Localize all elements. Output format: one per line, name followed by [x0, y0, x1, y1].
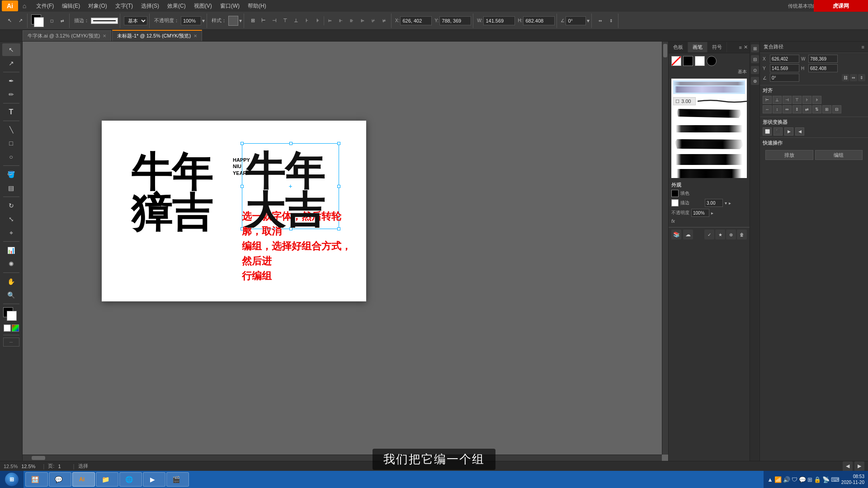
pencil-tool[interactable]: ✏: [2, 88, 20, 101]
swatch-white[interactable]: [695, 56, 705, 66]
panel-lib-btn[interactable]: 📚: [671, 230, 681, 239]
dist-space-h[interactable]: ⊞: [822, 105, 831, 113]
dist-right[interactable]: ⇔: [783, 105, 792, 113]
rect-tool[interactable]: □: [2, 137, 20, 150]
color-fill-btn[interactable]: [12, 324, 19, 332]
shape-btn-1[interactable]: ⬜: [763, 127, 772, 136]
distribute-h-btn[interactable]: ⊨: [325, 16, 335, 26]
tray-network[interactable]: 📶: [774, 476, 782, 483]
distribute-hs-btn[interactable]: ⊪: [347, 16, 357, 26]
artboard-navigate-right[interactable]: ▶: [854, 461, 864, 471]
tray-av[interactable]: 🔒: [814, 476, 821, 483]
height-input[interactable]: [523, 16, 555, 25]
align-right-edge[interactable]: ⊣: [783, 96, 792, 104]
link-w-h-btn[interactable]: ⛓: [842, 74, 849, 81]
vscroll-thumb[interactable]: [663, 44, 667, 57]
taskbar-item-ai[interactable]: Ai: [72, 472, 95, 487]
tab-brush[interactable]: 画笔: [688, 42, 708, 52]
ellipse-tool[interactable]: ○: [2, 150, 20, 163]
stroke-default-btn[interactable]: ◻: [47, 16, 57, 26]
stroke-down-arrow[interactable]: ▾: [725, 201, 727, 206]
taskbar-item-video[interactable]: 🎬: [166, 472, 189, 487]
brush-item-5[interactable]: [673, 153, 745, 166]
tray-more[interactable]: ⊞: [807, 476, 812, 483]
shape-btn-4[interactable]: ◀: [795, 127, 804, 136]
tab-swatches[interactable]: 色板: [669, 42, 688, 52]
expand-btn[interactable]: 排放: [765, 150, 813, 160]
taskbar-item-1[interactable]: 🪟: [25, 472, 48, 487]
selection-tool[interactable]: ↖: [2, 43, 20, 56]
brush-item-3[interactable]: [673, 122, 745, 136]
warp-tool[interactable]: ⌖: [2, 226, 20, 239]
vscrollbar[interactable]: [662, 42, 668, 455]
align-middle-btn[interactable]: ⊦: [302, 16, 312, 26]
tab-2[interactable]: 未标题-1* @ 12.5% (CMYK/预览) ✕: [112, 30, 202, 41]
scale-tool[interactable]: ⤡: [2, 213, 20, 225]
dist-v-center[interactable]: ⇄: [802, 105, 811, 113]
coord-x-input[interactable]: [400, 16, 432, 25]
align-v-center[interactable]: ⊦: [802, 96, 811, 104]
dist-left[interactable]: ↔: [763, 105, 772, 113]
hscroll-thumb[interactable]: [32, 456, 45, 460]
panel-check-btn[interactable]: ✓: [704, 230, 714, 239]
flip-v-btn[interactable]: ⇕: [606, 16, 616, 26]
home-icon[interactable]: ⌂: [20, 1, 29, 10]
menu-view[interactable]: 视图(V): [190, 0, 216, 11]
menu-object[interactable]: 对象(O): [85, 0, 110, 11]
panel-collapse-btn[interactable]: ≡: [739, 45, 742, 50]
handle-mr[interactable]: [337, 185, 340, 188]
hscrollbar[interactable]: [23, 455, 662, 461]
align-left-edge[interactable]: ⊢: [763, 96, 772, 104]
panel-star-btn[interactable]: ★: [715, 230, 725, 239]
canvas-area[interactable]: 牛年 獐吉 HAPPY NIU YEAR: [23, 42, 668, 461]
artboard-navigate-left[interactable]: ◀: [843, 461, 853, 471]
menu-help[interactable]: 帮助(H): [244, 0, 270, 11]
tray-security[interactable]: 🛡: [792, 476, 797, 483]
x-transform-input[interactable]: [770, 55, 799, 63]
graph-tool[interactable]: 📊: [2, 244, 20, 257]
strip-icon-1[interactable]: ⊞: [751, 44, 759, 52]
angle-transform-input[interactable]: [770, 74, 799, 82]
distribute-eq-btn[interactable]: ⊬: [368, 16, 378, 26]
tab-1[interactable]: 牛字体.ai @ 3.12% (CMYK/预览) ✕: [23, 30, 111, 41]
type-tool[interactable]: T: [2, 106, 20, 118]
menu-effect[interactable]: 效果(C): [164, 0, 189, 11]
symbol-tool[interactable]: ✺: [2, 258, 20, 270]
strip-icon-4[interactable]: ⊚: [751, 77, 759, 85]
panel-cloud-btn[interactable]: ☁: [683, 230, 693, 239]
align-top-btn[interactable]: ⊥: [291, 16, 301, 26]
w-transform-input[interactable]: [808, 55, 838, 63]
paintbucket-tool[interactable]: 🪣: [2, 168, 20, 181]
flip-v-icon-btn[interactable]: ⇕: [858, 74, 865, 81]
align-right-btn[interactable]: ⊤: [280, 16, 290, 26]
ppanel-more-btn[interactable]: ≡: [862, 44, 864, 50]
taskbar-item-media[interactable]: ▶: [143, 472, 165, 487]
menu-select[interactable]: 选择(S): [137, 0, 163, 11]
strip-icon-2[interactable]: ⊟: [751, 55, 759, 63]
zoom-tool[interactable]: 🔍: [2, 289, 20, 301]
align-top-edge[interactable]: ⊤: [793, 96, 802, 104]
menu-text[interactable]: 文字(T): [112, 0, 137, 11]
gradient-tool[interactable]: ▤: [2, 182, 20, 194]
page-input[interactable]: [58, 464, 69, 469]
y-transform-input[interactable]: [770, 64, 799, 72]
line-tool[interactable]: ╲: [2, 123, 20, 136]
distribute-obj-btn[interactable]: ⊭: [379, 16, 389, 26]
opacity-expand-btn[interactable]: ▸: [711, 211, 713, 216]
tray-msg[interactable]: 💬: [799, 476, 806, 483]
tray-keyboard[interactable]: ⌨: [831, 476, 840, 483]
handle-tr[interactable]: [337, 142, 340, 145]
strip-icon-3[interactable]: ⊙: [751, 66, 759, 74]
direct-selection-tool[interactable]: ↗: [2, 57, 20, 70]
taskbar-item-wechat[interactable]: 💬: [49, 472, 71, 487]
fill-color-box[interactable]: [671, 190, 679, 197]
tab1-close[interactable]: ✕: [103, 33, 106, 38]
angle-input[interactable]: [566, 16, 586, 25]
brush-preview-area[interactable]: ☐ 3.00: [671, 79, 747, 178]
opacity-input[interactable]: [181, 16, 201, 25]
align-bottom-btn[interactable]: ⊧: [313, 16, 323, 26]
align-bottom-edge[interactable]: ⊧: [812, 96, 821, 104]
align-center-btn[interactable]: ⊣: [269, 16, 279, 26]
tab2-close[interactable]: ✕: [193, 33, 197, 38]
start-orb[interactable]: ⊞: [5, 473, 19, 486]
